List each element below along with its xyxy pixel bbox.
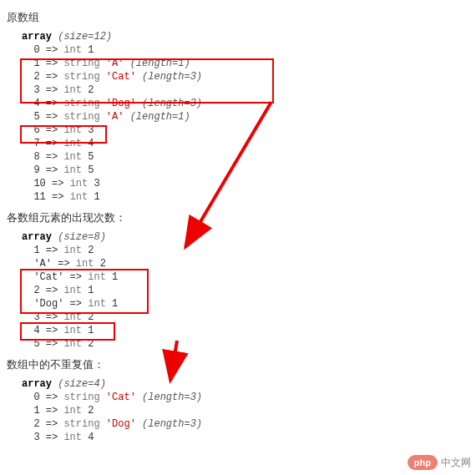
section-title-1: 原数组 [7, 10, 469, 25]
brand-text: 中文网 [441, 456, 471, 470]
brand-watermark: php 中文网 [408, 455, 471, 470]
array-dump-3: array (size=4) 0 => string 'Cat' (length… [22, 377, 469, 444]
brand-pill: php [408, 455, 438, 470]
array-dump-2: array (size=8) 1 => int 2 'A' => int 2 '… [22, 230, 469, 351]
array-dump-1: array (size=12) 0 => int 1 1 => string '… [22, 30, 469, 204]
section-title-3: 数组中的不重复值： [7, 357, 469, 372]
section-title-2: 各数组元素的出现次数： [7, 210, 469, 225]
